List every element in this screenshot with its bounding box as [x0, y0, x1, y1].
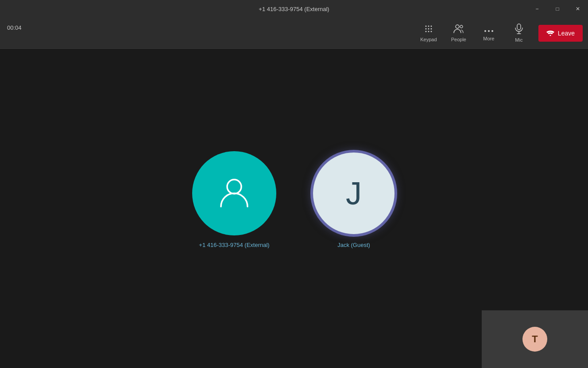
svg-point-6 [425, 31, 426, 32]
participant-external: +1 416-333-9754 (External) [192, 151, 276, 248]
more-label: More [483, 36, 494, 41]
title-bar: +1 416-333-9754 (External) − □ ✕ [0, 0, 588, 18]
guest-name: Jack (Guest) [337, 242, 370, 248]
mic-icon [514, 23, 523, 35]
maximize-button[interactable]: □ [547, 0, 568, 18]
minimize-button[interactable]: − [527, 0, 547, 18]
toolbar: 00:04 Keypad [0, 18, 588, 49]
toolbar-actions: Keypad People M [414, 20, 583, 47]
svg-point-10 [460, 25, 463, 28]
participants-container: +1 416-333-9754 (External) J Jack (Guest… [192, 151, 396, 248]
svg-point-11 [484, 30, 486, 32]
window-title: +1 416-333-9754 (External) [259, 6, 329, 12]
svg-point-1 [428, 26, 429, 27]
call-timer: 00:04 [7, 24, 22, 31]
more-icon [484, 25, 494, 34]
call-area: +1 416-333-9754 (External) J Jack (Guest… [0, 49, 588, 368]
participant-guest: J Jack (Guest) [312, 151, 396, 248]
self-avatar: T [522, 327, 547, 352]
svg-point-17 [549, 35, 551, 36]
svg-point-5 [430, 28, 432, 30]
svg-point-12 [488, 30, 490, 32]
svg-point-0 [425, 26, 426, 27]
svg-point-8 [430, 31, 432, 32]
svg-point-2 [430, 26, 432, 27]
self-initial: T [532, 333, 538, 345]
close-button[interactable]: ✕ [568, 0, 588, 18]
svg-rect-14 [517, 24, 521, 30]
keypad-icon [424, 24, 433, 35]
people-label: People [451, 37, 466, 42]
people-button[interactable]: People [445, 20, 473, 47]
window-controls: − □ ✕ [527, 0, 588, 18]
leave-label: Leave [558, 30, 575, 37]
svg-point-4 [428, 28, 429, 30]
svg-point-3 [425, 28, 426, 30]
mic-button[interactable]: Mic [505, 20, 533, 47]
people-icon [453, 24, 464, 35]
self-view: T [482, 310, 588, 368]
svg-point-7 [428, 31, 429, 32]
avatar-external [192, 151, 276, 235]
svg-point-9 [456, 25, 459, 28]
keypad-label: Keypad [420, 37, 437, 42]
leave-phone-icon [546, 31, 554, 36]
keypad-button[interactable]: Keypad [414, 20, 443, 47]
person-icon [214, 173, 254, 213]
leave-button[interactable]: Leave [538, 25, 583, 42]
svg-point-18 [227, 180, 241, 194]
mic-label: Mic [515, 37, 522, 43]
more-button[interactable]: More [475, 20, 503, 47]
avatar-guest: J [312, 151, 396, 235]
guest-initial: J [346, 175, 362, 211]
svg-point-13 [491, 30, 493, 32]
external-name: +1 416-333-9754 (External) [199, 242, 269, 248]
